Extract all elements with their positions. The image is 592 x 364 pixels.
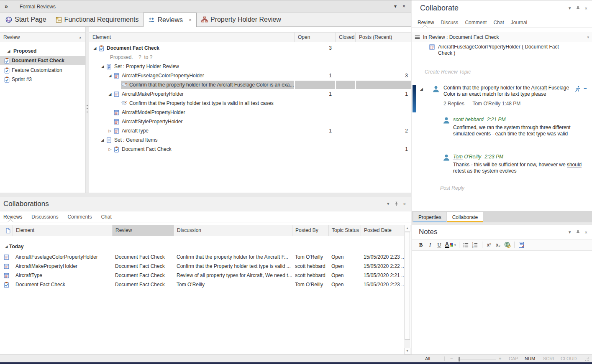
expander-icon[interactable]: ▷ [107,147,113,151]
tree-row-set-property-holder-review[interactable]: ◢ Set : Property Holder Review [89,62,411,71]
table-row[interactable]: AircraftMakePropertyHolder Document Fact… [0,262,404,271]
table-row[interactable]: AircraftType Document Fact Check Review … [0,271,404,280]
reviewed-element[interactable]: AircraftFuselageColorPropertyHolder ( Do… [429,44,575,56]
review-item-document-fact-check[interactable]: Document Fact Check [0,56,85,65]
context-dropdown-icon[interactable]: ▾ [587,35,589,39]
expander-icon[interactable]: ◢ [107,74,113,78]
tab-chat[interactable]: Chat [101,214,111,220]
scroll-up-icon[interactable]: ▴ [404,225,410,232]
tree-row-document-fact-check[interactable]: ◢ Document Fact Check 3 [89,43,411,53]
scroll-down-icon[interactable]: ▾ [404,348,410,354]
tree-row-topic[interactable]: Confirm that the Property holder text ty… [89,99,411,108]
edit-notes-button[interactable] [517,241,525,249]
pin-icon[interactable] [575,5,581,11]
tree-row-aircraft-style[interactable]: AircraftStylePropertyHolder [89,117,411,126]
notes-content[interactable] [412,251,592,354]
tab-close-icon[interactable]: × [189,17,192,23]
column-discussion[interactable]: Discussion [174,225,292,236]
subscript-button[interactable]: x₂ [494,241,502,249]
running-review-icon[interactable] [574,86,581,92]
bold-button[interactable]: B [417,241,425,249]
tab-reviews[interactable]: Reviews × [143,13,196,27]
horizontal-splitter[interactable] [0,193,411,197]
superscript-button[interactable]: x² [485,241,493,249]
pin-icon[interactable] [394,201,399,206]
column-posted-date[interactable]: Posted Date [361,225,404,236]
font-color-dropdown-icon[interactable]: ▾ [454,243,456,247]
tree-row-aircraft-model[interactable]: AircraftModelPropertyHolder [89,108,411,117]
tab-journal[interactable]: Journal [511,20,527,25]
titlebar-close-icon[interactable]: × [402,3,405,9]
tab-review[interactable]: Review [418,20,434,25]
expander-icon[interactable]: ◢ [99,138,106,142]
titlebar-dropdown-icon[interactable]: ▾ [394,3,397,9]
tree-row-document-fact-check-child[interactable]: ▷ Document Fact Check 1 [89,145,411,154]
numbered-list-button[interactable] [471,241,479,249]
font-color-button[interactable]: A ▾ [445,242,456,248]
pin-icon[interactable] [575,229,581,235]
expander-icon[interactable]: ▷ [107,129,113,133]
tab-functional-requirements[interactable]: Functional Requirements [51,13,144,26]
review-item-feature-customization[interactable]: Feature Customization [0,66,85,75]
status-all[interactable]: All [425,356,430,361]
group-row-today[interactable]: ◢ Today [0,242,404,251]
tab-start-page[interactable]: Start Page [1,13,51,26]
panel-dropdown-icon[interactable]: ▾ [387,201,390,206]
resize-grip-icon[interactable] [585,356,589,361]
expander-icon[interactable]: ◢ [92,46,98,50]
column-open[interactable]: Open [294,33,335,42]
hyperlink-button[interactable] [503,241,512,249]
dock-tab-properties[interactable]: Properties [413,212,446,222]
tree-row-aircraft-fuselage-color[interactable]: ◢ AircraftFuselageColorPropertyHolder 1 … [89,71,411,80]
expander-icon[interactable]: ◢ [6,49,12,53]
tree-row-aircraft-type[interactable]: ▷ AircraftType 1 2 [89,126,411,135]
column-element[interactable]: Element [13,225,112,236]
dock-tab-collaborate[interactable]: Collaborate [447,212,483,222]
replies-count[interactable]: 2 Replies [443,101,464,107]
review-context-selector[interactable]: In Review : Document Fact Check ▾ [412,32,592,42]
column-posted-by[interactable]: Posted By [292,225,328,236]
zoom-in-icon[interactable]: + [499,356,501,361]
column-review[interactable]: Review [112,225,174,236]
italic-button[interactable]: I [426,241,434,249]
zoom-out-icon[interactable]: − [450,356,453,361]
review-column-header[interactable]: Review ▴ [0,32,85,42]
vertical-splitter[interactable] [85,27,89,193]
column-posts-recent[interactable]: Posts (Recent) [355,33,411,42]
tab-comments[interactable]: Comments [67,214,92,220]
review-group-proposed[interactable]: ◢ Proposed [0,46,85,56]
tab-chat[interactable]: Chat [493,20,504,25]
column-closed[interactable]: Closed [335,33,355,42]
column-topic-status[interactable]: Topic Status [328,225,361,236]
tab-reviews[interactable]: Reviews [3,214,22,220]
expander-icon[interactable]: ◢ [3,244,9,249]
scrollbar-thumb[interactable] [405,232,410,340]
underline-button[interactable]: U [435,241,443,249]
tab-discuss[interactable]: Discuss [441,20,458,25]
bullet-list-button[interactable] [462,241,470,249]
topic-text[interactable]: Confirm that the property holder for the… [443,85,570,97]
expander-icon[interactable]: ◢ [99,64,106,69]
column-element[interactable]: Element [89,33,294,42]
panel-dropdown-icon[interactable]: ▾ [569,5,571,11]
tree-row-set-general-items[interactable]: ◢ Set : General Items [89,135,411,145]
tab-discussions[interactable]: Discussions [31,214,58,220]
zoom-slider-handle[interactable] [459,357,460,361]
zoom-slider-track[interactable] [458,359,496,359]
table-row[interactable]: AircraftFuselageColorPropertyHolder Docu… [0,252,404,262]
topic-expander-icon[interactable]: ◢ [420,87,423,91]
create-review-topic-field[interactable]: Create Review Topic [425,69,471,75]
tree-row-topic-selected[interactable]: Confirm that the property holder for the… [89,80,411,89]
panel-dropdown-icon[interactable]: ▾ [569,229,571,235]
collapse-frame-icon[interactable]: » [5,3,8,10]
tree-row-aircraft-make[interactable]: ◢ AircraftMakePropertyHolder 1 1 [89,89,411,99]
collapse-topic-icon[interactable]: − [584,85,587,92]
expander-icon[interactable]: ◢ [107,92,113,96]
panel-close-icon[interactable]: × [403,201,406,206]
panel-close-icon[interactable]: × [585,230,587,235]
table-row[interactable]: Document Fact Check Document Fact Check … [0,280,404,289]
tab-property-holder-review[interactable]: Property Holder Review [197,13,286,26]
column-icon[interactable] [0,225,13,236]
review-item-sprint-3[interactable]: Sprint #3 [0,75,85,84]
tab-comment[interactable]: Comment [465,20,487,25]
